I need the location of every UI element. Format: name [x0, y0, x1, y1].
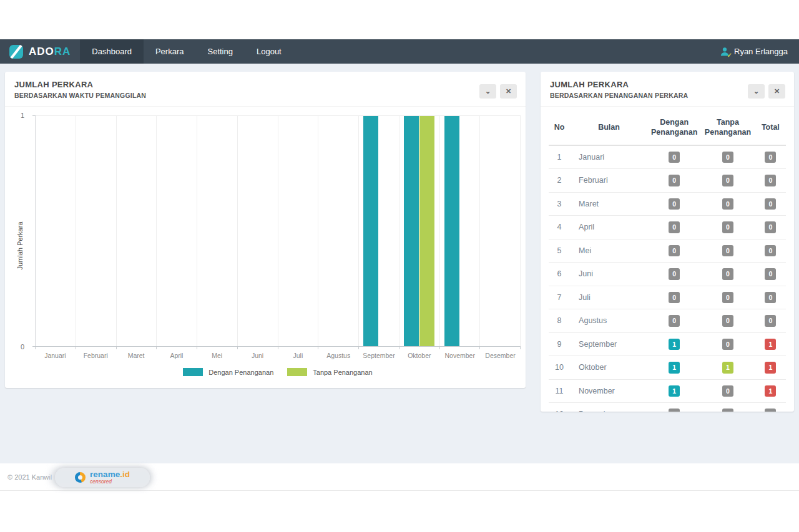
censored-label: censored [90, 479, 130, 485]
chart-column-april [157, 116, 197, 346]
table-panel-header: JUMLAH PERKARA BERDASARKAN PENANGANAN PE… [541, 72, 794, 107]
user-menu[interactable]: ✓ Ryan Erlangga [708, 39, 799, 64]
cell-dengan-penanganan: 0 [648, 216, 700, 239]
x-tick-januari: Januari [35, 352, 76, 359]
table-row-maret: 3Maret000 [549, 192, 786, 216]
x-tick-mark [117, 347, 157, 349]
column-header-total: Total [755, 110, 786, 145]
bar-slot [177, 116, 192, 346]
x-tick-november: November [439, 352, 480, 359]
chart-column-desember [480, 116, 521, 346]
bar-slot [404, 116, 419, 346]
column-header-no: No [549, 110, 570, 145]
x-tick-mark [76, 347, 117, 349]
cell-dengan-penanganan: 0 [648, 192, 700, 216]
cell-dengan-penanganan: 0 [648, 286, 700, 309]
table-row-september: 9September101 [549, 332, 786, 356]
x-tick-mark [318, 347, 359, 349]
chart-column-agustus [318, 116, 359, 346]
cell-bulan: Juli [570, 286, 648, 309]
table-row-oktober: 10Oktober111 [549, 356, 786, 380]
table-row-januari: 1Januari000 [549, 145, 786, 169]
top-whitespace [0, 0, 799, 39]
count-badge: 0 [765, 409, 776, 412]
chart-legend: Dengan PenangananTanpa Penanganan [35, 368, 521, 376]
bar-slot [363, 116, 378, 346]
bar-slot [96, 116, 111, 346]
bar-slot [460, 116, 475, 346]
y-tick-min: 0 [21, 343, 24, 351]
x-tick-mark [157, 347, 197, 349]
cell-total: 0 [755, 286, 786, 309]
bar-oktober-tanpa-penanganan [419, 116, 434, 346]
close-icon: ✕ [774, 88, 780, 95]
bar-slot [379, 116, 394, 346]
nav-item-dashboard[interactable]: Dashboard [80, 39, 144, 64]
cell-bulan: Desember [570, 403, 648, 412]
main-content: JUMLAH PERKARA BERDASARKAN WAKTU PEMANGG… [0, 64, 799, 463]
rename-watermark: rename.id censored [55, 468, 150, 487]
collapse-button[interactable]: ⌄ [748, 84, 765, 99]
count-badge: 0 [669, 315, 680, 327]
nav-item-perkara[interactable]: Perkara [144, 39, 196, 64]
table-row-juli: 7Juli000 [549, 286, 786, 309]
count-badge: 0 [722, 315, 733, 327]
table-header-row: NoBulanDengan PenangananTanpa Penanganan… [549, 110, 786, 145]
count-badge: 0 [765, 198, 776, 210]
y-tick-mark [32, 346, 36, 347]
x-tick-mark [480, 347, 521, 349]
cell-total: 1 [755, 332, 786, 356]
x-tick-juli: Juli [278, 352, 318, 359]
cell-dengan-penanganan: 0 [648, 403, 700, 412]
count-badge: 0 [669, 245, 680, 257]
close-button[interactable]: ✕ [768, 84, 785, 99]
bar-slot [162, 116, 177, 346]
brand-text: ADORA [29, 46, 71, 58]
rename-watermark-text: rename.id censored [90, 470, 130, 485]
bar-slot [501, 116, 516, 346]
nav-item-logout[interactable]: Logout [245, 39, 293, 64]
cell-no: 12 [549, 403, 570, 412]
cell-bulan: September [570, 332, 648, 356]
cell-no: 3 [549, 192, 570, 216]
bar-september-dengan-penanganan [363, 116, 378, 346]
cell-tanpa-penanganan: 0 [700, 379, 755, 403]
x-tick-oktober: Oktober [399, 352, 439, 359]
x-tick-desember: Desember [480, 352, 521, 359]
x-tick-mark [440, 347, 481, 349]
cell-bulan: Februari [570, 169, 648, 193]
bar-slot [81, 116, 96, 346]
bar-slot [339, 116, 354, 346]
x-tick-mark [238, 347, 278, 349]
count-badge: 0 [722, 339, 733, 351]
cell-bulan: Maret [570, 192, 648, 216]
chart-column-oktober [400, 116, 440, 346]
cell-total: 0 [755, 239, 786, 263]
cell-bulan: Agustus [570, 309, 648, 333]
count-badge: 0 [722, 292, 733, 304]
chart-column-januari [36, 116, 76, 346]
count-badge: 0 [722, 409, 733, 412]
close-button[interactable]: ✕ [500, 84, 517, 99]
plot-area: 1 0 [35, 115, 521, 347]
cell-total: 1 [755, 356, 786, 380]
nav-menu: DashboardPerkaraSettingLogout [80, 39, 293, 64]
user-name: Ryan Erlangga [734, 47, 788, 56]
count-badge: 0 [669, 198, 680, 210]
table-row-februari: 2Februari000 [549, 169, 786, 193]
cell-tanpa-penanganan: 0 [700, 403, 755, 412]
collapse-button[interactable]: ⌄ [479, 84, 496, 99]
x-tick-september: September [359, 352, 400, 359]
bar-slot [242, 116, 257, 346]
chart-column-november [440, 116, 481, 346]
x-tick-mei: Mei [197, 352, 237, 359]
cell-total: 0 [755, 403, 786, 412]
count-badge: 0 [765, 315, 776, 327]
bar-slot [217, 116, 232, 346]
cell-total: 0 [755, 145, 786, 169]
bar-slot [137, 116, 152, 346]
legend-label: Tanpa Penanganan [313, 369, 372, 376]
cell-dengan-penanganan: 0 [648, 169, 700, 193]
nav-item-setting[interactable]: Setting [195, 39, 244, 64]
brand[interactable]: ADORA [0, 39, 80, 64]
